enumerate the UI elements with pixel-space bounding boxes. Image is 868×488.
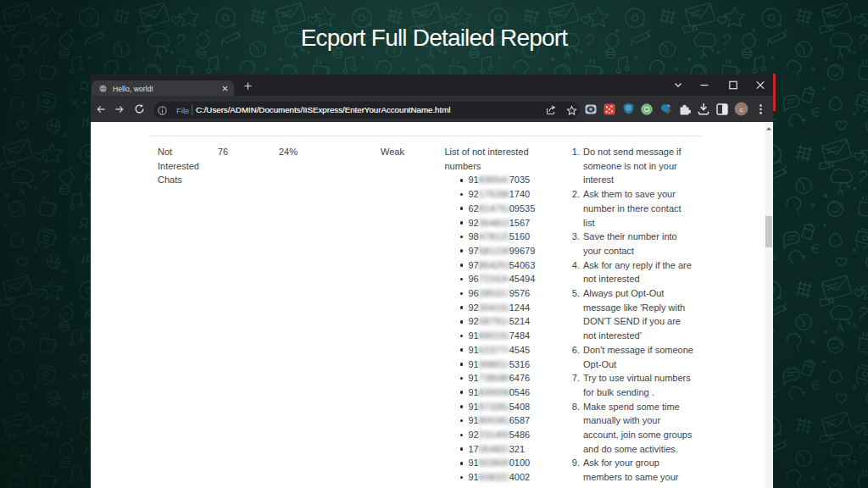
svg-text:c: c [740,105,743,113]
